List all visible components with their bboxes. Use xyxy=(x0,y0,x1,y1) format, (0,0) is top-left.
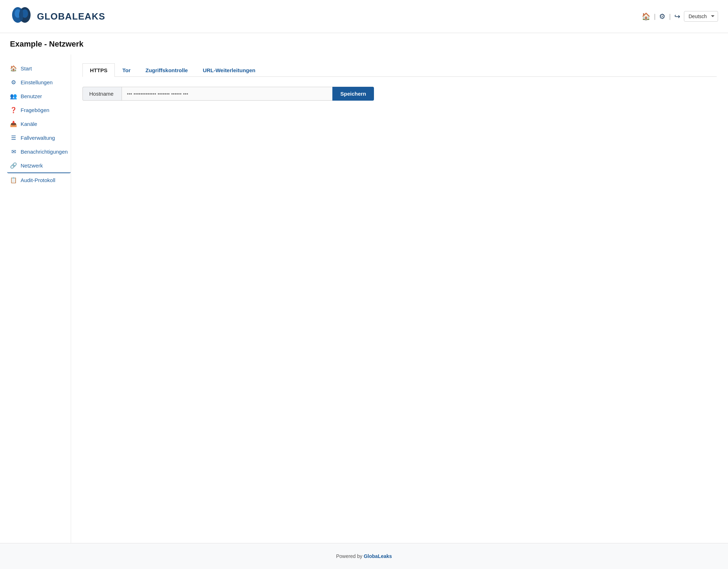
sidebar-label-fragebögen: Fragebögen xyxy=(21,107,49,113)
page-title-area: Example - Netzwerk xyxy=(0,33,728,54)
svg-point-4 xyxy=(20,9,23,21)
notification-icon: ✉ xyxy=(10,148,17,155)
header: GLOBALEAKS 🏠 | ⚙ | ↪ Deutsch English Fra… xyxy=(0,0,728,33)
sidebar-label-benachrichtigungen: Benachrichtigungen xyxy=(21,149,68,155)
tab-url-weiterleitungen[interactable]: URL-Weiterleitungen xyxy=(195,63,263,77)
language-select[interactable]: Deutsch English Français Español Italian… xyxy=(684,11,718,22)
logo-text: GLOBALEAKS xyxy=(37,11,105,22)
page-title: Example - Netzwerk xyxy=(10,39,718,54)
sidebar-item-fallverwaltung[interactable]: ☰ Fallverwaltung xyxy=(7,131,71,145)
footer-text: Powered by xyxy=(336,553,364,559)
tabs-bar: HTTPS Tor Zugriffskontrolle URL-Weiterle… xyxy=(82,63,717,77)
content-area: HTTPS Tor Zugriffskontrolle URL-Weiterle… xyxy=(71,54,728,543)
sidebar-item-netzwerk[interactable]: 🔗 Netzwerk xyxy=(7,159,71,173)
sidebar-label-fallverwaltung: Fallverwaltung xyxy=(21,135,55,141)
questionnaire-icon: ❓ xyxy=(10,107,17,113)
hostname-form: Hostname Speichern xyxy=(82,87,374,101)
sidebar-item-benutzer[interactable]: 👥 Benutzer xyxy=(7,89,71,103)
main-layout: 🏠 Start ⚙ Einstellungen 👥 Benutzer ❓ Fra… xyxy=(0,54,728,543)
globaleaks-logo xyxy=(10,5,33,28)
hostname-label: Hostname xyxy=(82,87,122,101)
logo-area: GLOBALEAKS xyxy=(10,5,105,28)
sidebar-label-netzwerk: Netzwerk xyxy=(21,163,43,169)
sidebar-label-einstellungen: Einstellungen xyxy=(21,79,53,85)
users-icon: 👥 xyxy=(10,93,17,100)
sidebar-item-benachrichtigungen[interactable]: ✉ Benachrichtigungen xyxy=(7,145,71,159)
tab-tor[interactable]: Tor xyxy=(115,63,138,77)
footer: Powered by GlobaLeaks xyxy=(0,543,728,569)
footer-link[interactable]: GlobaLeaks xyxy=(364,553,392,559)
tab-zugriffskontrolle[interactable]: Zugriffskontrolle xyxy=(138,63,195,77)
network-icon: 🔗 xyxy=(10,162,17,169)
user-settings-icon[interactable]: ⚙ xyxy=(659,12,665,21)
sidebar-item-fragebögen[interactable]: ❓ Fragebögen xyxy=(7,103,71,117)
sidebar-item-audit-protokoll[interactable]: 📋 Audit-Protokoll xyxy=(7,173,71,187)
sidebar: 🏠 Start ⚙ Einstellungen 👥 Benutzer ❓ Fra… xyxy=(0,54,71,543)
sidebar-item-kanäle[interactable]: 📥 Kanäle xyxy=(7,117,71,131)
hostname-input[interactable] xyxy=(122,87,332,101)
sidebar-label-audit-protokoll: Audit-Protokoll xyxy=(21,177,55,183)
sidebar-label-benutzer: Benutzer xyxy=(21,93,42,99)
home-icon: 🏠 xyxy=(10,65,17,72)
settings-icon: ⚙ xyxy=(10,79,17,86)
sidebar-item-einstellungen[interactable]: ⚙ Einstellungen xyxy=(7,75,71,89)
sidebar-label-kanäle: Kanäle xyxy=(21,121,37,127)
audit-icon: 📋 xyxy=(10,177,17,184)
header-right: 🏠 | ⚙ | ↪ Deutsch English Français Españ… xyxy=(642,11,718,22)
logout-icon[interactable]: ↪ xyxy=(674,12,680,21)
sidebar-label-start: Start xyxy=(21,65,32,71)
save-button[interactable]: Speichern xyxy=(332,87,374,101)
sidebar-item-start[interactable]: 🏠 Start xyxy=(7,62,71,75)
home-icon[interactable]: 🏠 xyxy=(642,12,651,21)
tab-https[interactable]: HTTPS xyxy=(82,63,115,77)
case-icon: ☰ xyxy=(10,134,17,141)
channel-icon: 📥 xyxy=(10,121,17,127)
